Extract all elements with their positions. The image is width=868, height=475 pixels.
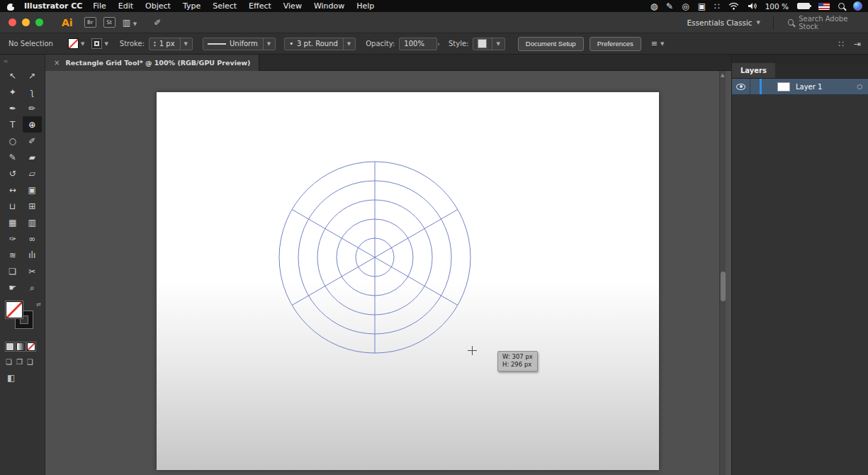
eyedropper-tool[interactable]: ✑ xyxy=(3,230,23,247)
magic-wand-tool[interactable]: ✦ xyxy=(3,84,23,100)
menu-file[interactable]: File xyxy=(93,1,106,11)
stock-badge-icon[interactable]: St xyxy=(103,17,115,28)
screen-mode-button[interactable]: ◧ xyxy=(7,373,45,383)
free-transform-tool[interactable]: ▣ xyxy=(23,181,43,198)
tab-layers[interactable]: Layers xyxy=(732,63,775,78)
vertical-scrollbar[interactable]: ▲ xyxy=(719,71,726,475)
siri-icon[interactable] xyxy=(853,1,862,11)
variable-width-profile-dropdown[interactable]: Uniform ▼ xyxy=(203,38,276,50)
menu-effect[interactable]: Effect xyxy=(249,1,271,11)
sync-status-icon[interactable]: ◍ xyxy=(650,2,658,11)
bridge-badge-icon[interactable]: Br xyxy=(84,17,96,28)
close-document-icon[interactable]: × xyxy=(54,59,60,67)
scrollbar-thumb[interactable] xyxy=(721,272,726,301)
ellipse-tool[interactable]: ○ xyxy=(3,133,23,149)
panel-grid-icon[interactable]: ∷ xyxy=(838,39,844,49)
direct-selection-tool[interactable]: ↗ xyxy=(23,67,43,84)
battery-icon[interactable] xyxy=(797,3,810,9)
type-tool[interactable]: T xyxy=(3,116,23,133)
lasso-tool[interactable]: ʅ xyxy=(23,84,43,100)
menu-select[interactable]: Select xyxy=(213,1,237,11)
apple-menu-icon[interactable] xyxy=(7,2,16,11)
stroke-color-control[interactable]: ▼ xyxy=(91,38,108,49)
layer-visibility-toggle[interactable] xyxy=(732,79,750,94)
layer-name[interactable]: Layer 1 xyxy=(796,83,822,91)
graphic-style-dropdown[interactable]: ▼ xyxy=(473,38,505,50)
scroll-up-icon[interactable]: ▲ xyxy=(721,72,724,78)
volume-icon[interactable] xyxy=(748,2,757,10)
zoom-tool[interactable]: ⌕ xyxy=(23,279,43,296)
app-menu-title[interactable]: Illustrator CC xyxy=(24,1,82,11)
collapse-panels-icon[interactable]: ⇥ xyxy=(854,39,861,49)
pen-tool[interactable]: ✒ xyxy=(3,100,23,116)
stepper-arrows-icon[interactable]: ▴▾ xyxy=(154,40,156,48)
brush-definition-dropdown[interactable]: • 3 pt. Round ▼ xyxy=(284,38,356,50)
hand-tool[interactable]: ☛ xyxy=(3,279,23,296)
preferences-button[interactable]: Preferences xyxy=(590,37,641,51)
adobe-stock-search[interactable]: Search Adobe Stock xyxy=(779,15,868,30)
gpu-performance-icon[interactable]: ✐ xyxy=(154,18,161,28)
document-tab[interactable]: × Rectangle Grid Tool* @ 100% (RGB/GPU P… xyxy=(45,55,259,71)
perspective-grid-tool[interactable]: ⊞ xyxy=(23,198,43,214)
align-options-dropdown[interactable]: ≡ ▼ xyxy=(651,39,665,48)
shaper-tool[interactable]: ✎ xyxy=(3,149,23,165)
opacity-expand-icon[interactable]: › xyxy=(437,40,440,48)
creative-cloud-icon[interactable]: ◎ xyxy=(682,2,689,11)
draw-behind-icon[interactable]: ❐ xyxy=(16,358,23,366)
collapse-toolbar-icon[interactable]: ‹‹ xyxy=(0,55,45,66)
shape-builder-tool[interactable]: ⊔ xyxy=(3,198,23,214)
layer-target-icon[interactable]: ○ xyxy=(857,83,862,90)
display-options-icon[interactable]: ∷ xyxy=(714,2,720,11)
zoom-window-button[interactable] xyxy=(35,18,43,26)
opacity-dropdown[interactable]: 100% xyxy=(399,38,437,50)
arrange-documents-icon[interactable]: ▥ ▼ xyxy=(123,18,137,28)
rotate-tool[interactable]: ↺ xyxy=(3,165,23,181)
wifi-icon[interactable] xyxy=(728,2,739,10)
opacity-label[interactable]: Opacity: xyxy=(366,40,395,48)
draw-inside-icon[interactable]: ❑ xyxy=(27,358,33,366)
menu-help[interactable]: Help xyxy=(356,1,374,11)
gradient-button[interactable] xyxy=(16,342,25,351)
column-graph-tool[interactable]: ılı xyxy=(23,247,43,263)
pen-status-icon[interactable]: ✎ xyxy=(666,2,673,11)
menu-view[interactable]: View xyxy=(283,1,302,11)
menu-edit[interactable]: Edit xyxy=(118,1,133,11)
width-tool[interactable]: ↔ xyxy=(3,181,23,198)
paintbrush-tool[interactable]: ✐ xyxy=(23,133,43,149)
selection-tool[interactable]: ↖ xyxy=(3,67,23,84)
spotlight-search-icon[interactable] xyxy=(838,3,845,9)
symbol-sprayer-tool[interactable]: ≋ xyxy=(3,247,23,263)
menu-object[interactable]: Object xyxy=(145,1,171,11)
artboard-tool[interactable]: ❏ xyxy=(3,263,23,279)
close-window-button[interactable] xyxy=(9,18,16,26)
fill-stroke-indicator[interactable]: ⇄ xyxy=(4,301,41,334)
menu-window[interactable]: Window xyxy=(314,1,344,11)
stroke-weight-stepper[interactable]: ▴▾ 1 px ▼ xyxy=(149,38,193,50)
measurement-tooltip: W: 307 px H: 296 px xyxy=(497,351,538,371)
input-language-flag-icon[interactable] xyxy=(818,3,830,10)
scale-tool[interactable]: ▱ xyxy=(23,165,43,181)
blend-tool[interactable]: ∞ xyxy=(23,230,43,247)
layer-row[interactable]: Layer 1 ○ xyxy=(732,79,868,95)
document-setup-button[interactable]: Document Setup xyxy=(518,37,584,51)
polar-grid-tool[interactable]: ⊕ xyxy=(23,116,43,133)
curvature-tool[interactable]: ✏ xyxy=(23,100,43,116)
layer-thumbnail[interactable] xyxy=(777,82,790,91)
slice-tool[interactable]: ✂ xyxy=(23,263,43,279)
fill-indicator-none[interactable] xyxy=(6,301,23,318)
stroke-weight-dropdown[interactable]: ▼ xyxy=(180,38,188,50)
canvas-viewport[interactable]: W: 307 px H: 296 px ▲ xyxy=(45,71,731,475)
mesh-tool[interactable]: ▦ xyxy=(3,214,23,230)
none-button[interactable] xyxy=(27,342,35,351)
swap-fill-stroke-icon[interactable]: ⇄ xyxy=(36,301,41,308)
minimize-window-button[interactable] xyxy=(22,18,30,26)
color-button[interactable] xyxy=(6,342,14,351)
stroke-color-swatch xyxy=(91,38,102,49)
draw-normal-icon[interactable]: ❏ xyxy=(6,358,12,366)
gradient-tool[interactable]: ▥ xyxy=(23,214,43,230)
helper-app-icon[interactable]: ▣ xyxy=(698,2,706,11)
workspace-switcher[interactable]: Essentials Classic ▼ xyxy=(687,18,767,27)
fill-color-control[interactable]: ▼ xyxy=(68,38,84,49)
menu-type[interactable]: Type xyxy=(183,1,201,11)
eraser-tool[interactable]: ▰ xyxy=(23,149,43,165)
